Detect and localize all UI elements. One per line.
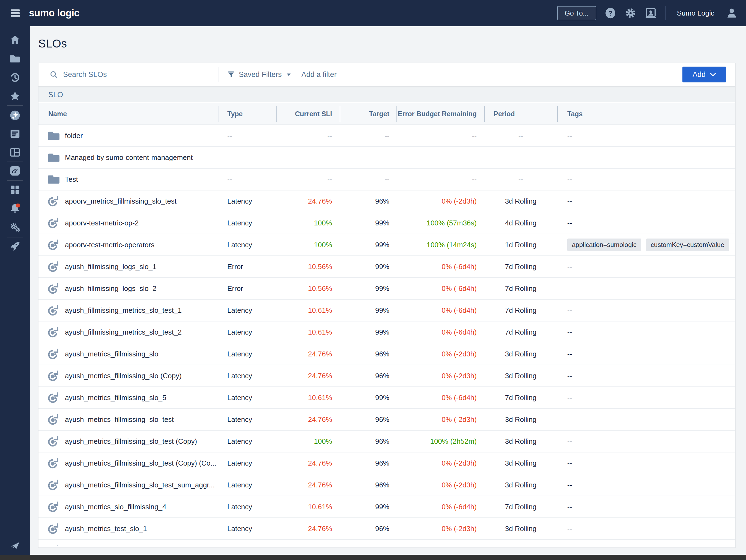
table-row-slo[interactable]: apoorv-test-metric-op-2Latency100%99%100… — [38, 212, 735, 234]
slo-name-link[interactable]: ayush_fillmissing_logs_slo_2 — [65, 284, 156, 293]
column-header-current-sli[interactable]: Current SLI — [277, 103, 340, 124]
cell-current-sli: 10.61% — [277, 321, 340, 343]
slo-name-link[interactable]: ayush_metrics_slo_fillmissing_4 — [65, 503, 166, 511]
cell-tags: -- — [557, 343, 735, 365]
cell-target: 99% — [340, 256, 397, 277]
search-input[interactable] — [63, 71, 167, 79]
cell-period: 7d Rolling — [484, 278, 557, 299]
cell-period: -- — [484, 147, 557, 168]
slo-name-link[interactable]: ayush_fillmissing_metrics_slo_test_1 — [65, 306, 182, 315]
table-row-folder[interactable]: folder------------ — [38, 125, 735, 147]
table-row-slo[interactable]: ayush_metrics_fillmissing_slo_test_sum_a… — [38, 474, 735, 496]
table-row-slo[interactable]: ayush_metrics_slo_fillmissing_4Latency10… — [38, 496, 735, 518]
cell-error-budget: 0% (-2d3h) — [397, 474, 484, 496]
table-row-slo[interactable]: apoorv_metrics_fillmissing_slo_testLaten… — [38, 191, 735, 212]
slo-name-link[interactable]: ayush_metrics_fillmissing_slo — [65, 350, 158, 358]
table-row-folder[interactable]: Managed by sumo-content-management------… — [38, 147, 735, 169]
table-row-slo[interactable]: ayush_metrics_fillmissing_slo_testLatenc… — [38, 409, 735, 431]
sidebar-item-copilot-icon[interactable] — [9, 110, 21, 121]
cell-target: -- — [340, 125, 397, 146]
cell-type: -- — [219, 125, 277, 146]
folder-name-link[interactable]: Test — [65, 175, 78, 184]
table-row-slo[interactable]: ayush_fillmissing_logs_slo_2Error10.56%9… — [38, 278, 735, 300]
search-box[interactable] — [38, 70, 219, 79]
table-row-slo[interactable]: ayush_fillmissing_logs_slo_1Error10.56%9… — [38, 256, 735, 278]
settings-gear-icon[interactable] — [625, 7, 637, 19]
slo-name-link[interactable]: ayush_fillmissing_logs_slo_1 — [65, 262, 156, 271]
cell-current-sli: 10.56% — [277, 256, 340, 277]
slo-name-link[interactable]: apoorv-test-metric-operators — [65, 241, 154, 249]
account-name[interactable]: Sumo Logic — [674, 9, 718, 18]
hamburger-menu-icon[interactable] — [10, 8, 21, 19]
slo-name-link[interactable]: ayush_fillmissing_metrics_slo_test_2 — [65, 328, 182, 336]
saved-filters-dropdown[interactable]: Saved Filters — [227, 71, 292, 79]
slo-name-link[interactable]: ayush_metrics_fillmissing_slo_test (Copy… — [65, 459, 217, 468]
sidebar-item-alerts-icon[interactable] — [9, 203, 21, 214]
chevron-down-icon — [710, 73, 716, 77]
slo-name-link[interactable]: ayush_metrics_fillmissing_slo (Copy) — [65, 372, 182, 380]
sidebar-item-apps-icon[interactable] — [9, 184, 21, 195]
cell-error-budget: 100% (57m36s) — [397, 212, 484, 233]
column-header-target[interactable]: Target — [340, 103, 397, 124]
goto-button[interactable]: Go To... — [557, 6, 596, 20]
slo-name-link[interactable]: ayush_metrics_fillmissing_slo_5 — [65, 394, 166, 402]
table-row-slo[interactable]: apoorv-test-metric-operatorsLatency100%9… — [38, 234, 735, 256]
sidebar-divider — [7, 237, 23, 237]
cell-target: 99% — [340, 278, 397, 299]
slo-name-link[interactable]: ayush_metrics_test_slo_1 — [65, 525, 147, 533]
table-row-folder[interactable]: Test------------ — [38, 169, 735, 191]
table-row-slo[interactable]: ayush_metrics_test_slo_1Latency24.76%96%… — [38, 518, 735, 540]
table-row-slo[interactable]: ayush_metrics_fillmissing_slo_test (Copy… — [38, 452, 735, 474]
sidebar-item-metrics-icon[interactable] — [9, 147, 21, 158]
slo-gauge-icon — [48, 522, 60, 535]
folder-name-link[interactable]: folder — [65, 132, 83, 140]
cell-error-budget — [397, 540, 484, 546]
column-header-period[interactable]: Period — [484, 103, 557, 124]
cell-period: 3d Rolling — [484, 518, 557, 539]
sidebar-item-library-icon[interactable] — [9, 53, 21, 64]
table-row-slo[interactable]: ayush_fillmissing_metrics_slo_test_1Late… — [38, 300, 735, 321]
help-icon[interactable]: ? — [604, 7, 616, 19]
cell-error-budget: -- — [397, 125, 484, 146]
table-row-slo[interactable]: ayush_metrics_fillmissing_slo_5Latency10… — [38, 387, 735, 409]
sidebar-item-dashboards-icon[interactable] — [9, 165, 21, 176]
tag-chip[interactable]: application=sumologic — [567, 239, 641, 251]
cell-tags: -- — [557, 387, 735, 408]
main-content: SLOs Saved Filters — [30, 26, 746, 555]
cell-name: ayush_metrics_fillmissing_slo (Copy) — [38, 365, 219, 386]
table-row-slo[interactable]: ayush_fillmissing_metrics_slo_test_2Late… — [38, 321, 735, 343]
table-row-slo[interactable]: ayush_metrics_fillmissing_slo_test (Copy… — [38, 431, 735, 452]
slo-name-link[interactable]: apoorv-test-metric-op-2 — [65, 219, 139, 227]
table-section-header: SLO — [38, 87, 735, 102]
column-header-type[interactable]: Type — [219, 103, 277, 124]
sidebar-item-administration-icon[interactable] — [9, 222, 21, 232]
sidebar-item-home-icon[interactable] — [9, 34, 21, 45]
column-header-name[interactable]: Name — [38, 103, 219, 124]
cell-name: ayush_fillmissing_metrics_slo_test_1 — [38, 300, 219, 321]
slo-name-link[interactable]: ayush_metrics_fillmissing_slo_test — [65, 415, 174, 424]
slo-name-link[interactable]: ayush_metrics_fillmissing_slo_test (Copy… — [65, 437, 197, 446]
table-row-slo[interactable]: ayush_metrics_fillmissing_sloLatency24.7… — [38, 343, 735, 365]
slo-name-link[interactable]: ayush_metrics_fillmissing_slo_test_sum_a… — [65, 481, 215, 489]
account-card-icon[interactable] — [645, 7, 657, 19]
sidebar-item-feedback-icon[interactable] — [9, 540, 21, 551]
cell-current-sli: 100% — [277, 212, 340, 233]
table-row-slo[interactable]: ayush_metrics_fillmissing_slo (Copy)Late… — [38, 365, 735, 387]
sidebar-item-recents-icon[interactable] — [9, 72, 21, 83]
avatar-icon[interactable] — [726, 7, 738, 19]
table-row-slo[interactable] — [38, 540, 735, 546]
cell-current-sli — [277, 540, 340, 546]
column-header-error-budget-remaining[interactable]: Error Budget Remaining — [397, 103, 484, 124]
slo-name-link[interactable]: apoorv_metrics_fillmissing_slo_test — [65, 197, 176, 205]
sidebar-item-log-search-icon[interactable] — [9, 128, 21, 139]
add-filter-button[interactable]: Add a filter — [302, 71, 337, 79]
folder-name-link[interactable]: Managed by sumo-content-management — [65, 153, 193, 162]
sidebar-item-favorites-icon[interactable] — [9, 91, 21, 102]
app-logo[interactable]: sumo logic — [29, 7, 79, 19]
cell-tags: -- — [557, 125, 735, 146]
column-header-tags[interactable]: Tags — [557, 103, 735, 124]
sidebar-item-get-started-icon[interactable] — [9, 241, 21, 251]
cell-name: apoorv-test-metric-operators — [38, 234, 219, 255]
tag-chip[interactable]: customKey=customValue — [646, 239, 729, 251]
add-button[interactable]: Add — [682, 66, 726, 82]
